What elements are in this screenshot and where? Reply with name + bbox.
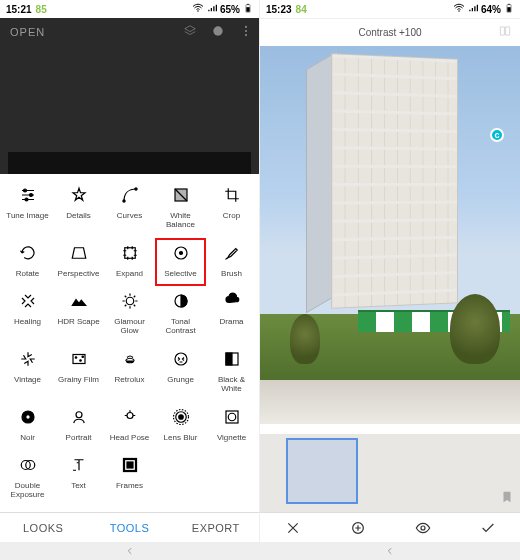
tool-grunge[interactable]: Grunge (155, 344, 206, 402)
status-bar: 15:23 84 64% (260, 0, 520, 18)
tool-details[interactable]: Details (53, 180, 104, 238)
more-icon[interactable] (239, 24, 253, 42)
svg-point-8 (245, 34, 247, 36)
phone-tools-screen: 15:21 85 65% OPEN Tune ImageDetailsCurve… (0, 0, 260, 560)
svg-point-17 (179, 251, 182, 254)
bookmark-icon[interactable] (500, 490, 514, 508)
tool-label: Retrolux (115, 376, 145, 385)
tune-image-icon (19, 186, 37, 208)
svg-point-27 (25, 414, 30, 419)
tool-label: HDR Scape (57, 318, 99, 327)
tool-frames[interactable]: Frames (104, 450, 155, 508)
healing-icon (19, 292, 37, 314)
svg-rect-38 (127, 462, 133, 468)
tab-export[interactable]: EXPORT (173, 513, 259, 542)
tool-glamour-glow[interactable]: GlamourGlow (104, 286, 155, 344)
brush-icon (223, 244, 241, 266)
svg-point-24 (175, 353, 187, 365)
info-icon[interactable] (211, 24, 225, 42)
svg-point-28 (76, 411, 82, 417)
svg-point-40 (458, 10, 460, 12)
phone-selective-screen: 15:23 84 64% Contrast +100 c (260, 0, 520, 560)
tool-noir[interactable]: Noir (2, 402, 53, 451)
tool-vignette[interactable]: Vignette (206, 402, 257, 451)
status-extra: 85 (36, 4, 47, 15)
tool-label: Details (66, 212, 90, 221)
tool-retrolux[interactable]: Retrolux (104, 344, 155, 402)
glamour-glow-icon (121, 292, 139, 314)
grainy-film-icon (70, 350, 88, 372)
tool-perspective[interactable]: Perspective (53, 238, 104, 287)
tool-label: Healing (14, 318, 41, 327)
signal-icon (468, 3, 478, 15)
tutorial-icon[interactable] (498, 24, 512, 42)
tool-text[interactable]: Text (53, 450, 104, 508)
thumbnail-row (260, 434, 520, 512)
lens-blur-icon (172, 408, 190, 430)
tool-label: Drama (219, 318, 243, 327)
nav-bar (260, 542, 520, 560)
svg-rect-43 (508, 4, 510, 5)
tool-grainy-film[interactable]: Grainy Film (53, 344, 104, 402)
apply-button[interactable] (455, 513, 520, 542)
tool-label: WhiteBalance (166, 212, 195, 230)
tool-tune-image[interactable]: Tune Image (2, 180, 53, 238)
selected-thumbnail[interactable] (286, 438, 358, 504)
tool-black-white[interactable]: Black &White (206, 344, 257, 402)
tool-brush[interactable]: Brush (206, 238, 257, 287)
layers-icon[interactable] (183, 24, 197, 42)
tool-lens-blur[interactable]: Lens Blur (155, 402, 206, 451)
signal-icon (207, 3, 217, 15)
back-nav-icon[interactable] (385, 542, 395, 560)
svg-point-10 (29, 194, 32, 197)
bottom-tabs: LOOKS TOOLS EXPORT (0, 512, 259, 542)
battery-pct: 64% (481, 4, 501, 15)
svg-point-29 (127, 412, 133, 418)
hdr-scape-icon (70, 292, 88, 314)
tool-label: Perspective (58, 270, 100, 279)
preview-button[interactable] (390, 513, 455, 542)
tool-crop[interactable]: Crop (206, 180, 257, 238)
tool-selective[interactable]: Selective (155, 238, 206, 287)
svg-point-22 (79, 360, 81, 362)
tool-vintage[interactable]: Vintage (2, 344, 53, 402)
photo-canvas[interactable]: c (260, 46, 520, 424)
tool-tonal-contrast[interactable]: TonalContrast (155, 286, 206, 344)
svg-point-9 (23, 189, 26, 192)
drama-icon (223, 292, 241, 314)
tool-curves[interactable]: Curves (104, 180, 155, 238)
white-balance-icon (172, 186, 190, 208)
curves-icon (121, 186, 139, 208)
control-point-badge[interactable]: c (490, 128, 504, 142)
tool-healing[interactable]: Healing (2, 286, 53, 344)
tab-tools[interactable]: TOOLS (86, 513, 172, 542)
open-button[interactable]: OPEN (10, 26, 45, 38)
tool-rotate[interactable]: Rotate (2, 238, 53, 287)
tool-white-balance[interactable]: WhiteBalance (155, 180, 206, 238)
back-nav-icon[interactable] (125, 542, 135, 560)
svg-point-6 (245, 26, 247, 28)
tool-double-exposure[interactable]: DoubleExposure (2, 450, 53, 508)
tool-head-pose[interactable]: Head Pose (104, 402, 155, 451)
details-icon (70, 186, 88, 208)
tool-hdr-scape[interactable]: HDR Scape (53, 286, 104, 344)
svg-point-45 (421, 526, 425, 530)
tool-portrait[interactable]: Portrait (53, 402, 104, 451)
tool-expand[interactable]: Expand (104, 238, 155, 287)
text-icon (70, 456, 88, 478)
crop-icon (223, 186, 241, 208)
svg-point-13 (134, 188, 136, 190)
tool-drama[interactable]: Drama (206, 286, 257, 344)
wifi-icon (192, 2, 204, 16)
svg-point-7 (245, 30, 247, 32)
svg-point-34 (228, 413, 236, 421)
status-extra: 84 (296, 4, 307, 15)
svg-point-21 (75, 357, 77, 359)
image-placeholder (8, 152, 251, 174)
tool-label: TonalContrast (165, 318, 195, 336)
retrolux-icon (121, 350, 139, 372)
tab-looks[interactable]: LOOKS (0, 513, 86, 542)
cancel-button[interactable] (260, 513, 325, 542)
svg-point-5 (213, 26, 222, 35)
add-point-button[interactable] (325, 513, 390, 542)
